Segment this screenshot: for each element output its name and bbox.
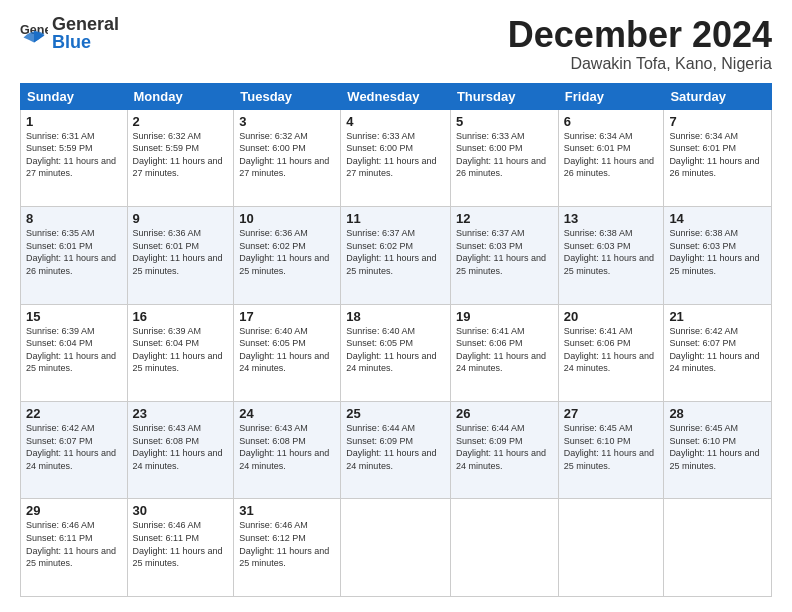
week-row-4: 22 Sunrise: 6:42 AMSunset: 6:07 PMDaylig… bbox=[21, 402, 772, 499]
table-cell bbox=[450, 499, 558, 597]
day-info: Sunrise: 6:42 AMSunset: 6:07 PMDaylight:… bbox=[26, 423, 116, 471]
day-info: Sunrise: 6:38 AMSunset: 6:03 PMDaylight:… bbox=[564, 228, 654, 276]
table-cell bbox=[341, 499, 451, 597]
col-monday: Monday bbox=[127, 83, 234, 109]
table-cell: 2 Sunrise: 6:32 AMSunset: 5:59 PMDayligh… bbox=[127, 109, 234, 206]
day-info: Sunrise: 6:43 AMSunset: 6:08 PMDaylight:… bbox=[133, 423, 223, 471]
day-number: 27 bbox=[564, 406, 659, 421]
day-number: 25 bbox=[346, 406, 445, 421]
table-cell: 31 Sunrise: 6:46 AMSunset: 6:12 PMDaylig… bbox=[234, 499, 341, 597]
table-cell: 20 Sunrise: 6:41 AMSunset: 6:06 PMDaylig… bbox=[558, 304, 664, 401]
day-info: Sunrise: 6:45 AMSunset: 6:10 PMDaylight:… bbox=[669, 423, 759, 471]
table-cell: 15 Sunrise: 6:39 AMSunset: 6:04 PMDaylig… bbox=[21, 304, 128, 401]
day-number: 2 bbox=[133, 114, 229, 129]
day-number: 17 bbox=[239, 309, 335, 324]
day-number: 7 bbox=[669, 114, 766, 129]
day-info: Sunrise: 6:32 AMSunset: 6:00 PMDaylight:… bbox=[239, 131, 329, 179]
page: General General Blue December 2024 Dawak… bbox=[0, 0, 792, 612]
week-row-5: 29 Sunrise: 6:46 AMSunset: 6:11 PMDaylig… bbox=[21, 499, 772, 597]
table-cell: 24 Sunrise: 6:43 AMSunset: 6:08 PMDaylig… bbox=[234, 402, 341, 499]
day-info: Sunrise: 6:46 AMSunset: 6:12 PMDaylight:… bbox=[239, 520, 329, 568]
day-info: Sunrise: 6:39 AMSunset: 6:04 PMDaylight:… bbox=[133, 326, 223, 374]
day-number: 9 bbox=[133, 211, 229, 226]
table-cell: 7 Sunrise: 6:34 AMSunset: 6:01 PMDayligh… bbox=[664, 109, 772, 206]
table-cell: 12 Sunrise: 6:37 AMSunset: 6:03 PMDaylig… bbox=[450, 207, 558, 304]
table-cell: 27 Sunrise: 6:45 AMSunset: 6:10 PMDaylig… bbox=[558, 402, 664, 499]
day-number: 3 bbox=[239, 114, 335, 129]
day-number: 12 bbox=[456, 211, 553, 226]
day-info: Sunrise: 6:37 AMSunset: 6:03 PMDaylight:… bbox=[456, 228, 546, 276]
day-number: 29 bbox=[26, 503, 122, 518]
day-number: 4 bbox=[346, 114, 445, 129]
table-cell: 13 Sunrise: 6:38 AMSunset: 6:03 PMDaylig… bbox=[558, 207, 664, 304]
day-number: 26 bbox=[456, 406, 553, 421]
col-tuesday: Tuesday bbox=[234, 83, 341, 109]
month-title: December 2024 bbox=[508, 15, 772, 55]
day-number: 22 bbox=[26, 406, 122, 421]
day-info: Sunrise: 6:43 AMSunset: 6:08 PMDaylight:… bbox=[239, 423, 329, 471]
day-info: Sunrise: 6:32 AMSunset: 5:59 PMDaylight:… bbox=[133, 131, 223, 179]
table-cell: 9 Sunrise: 6:36 AMSunset: 6:01 PMDayligh… bbox=[127, 207, 234, 304]
day-info: Sunrise: 6:44 AMSunset: 6:09 PMDaylight:… bbox=[346, 423, 436, 471]
day-number: 16 bbox=[133, 309, 229, 324]
day-info: Sunrise: 6:40 AMSunset: 6:05 PMDaylight:… bbox=[239, 326, 329, 374]
table-cell: 14 Sunrise: 6:38 AMSunset: 6:03 PMDaylig… bbox=[664, 207, 772, 304]
header-row: Sunday Monday Tuesday Wednesday Thursday… bbox=[21, 83, 772, 109]
day-number: 13 bbox=[564, 211, 659, 226]
table-cell bbox=[664, 499, 772, 597]
day-info: Sunrise: 6:36 AMSunset: 6:02 PMDaylight:… bbox=[239, 228, 329, 276]
day-info: Sunrise: 6:39 AMSunset: 6:04 PMDaylight:… bbox=[26, 326, 116, 374]
logo-blue-text: Blue bbox=[52, 32, 91, 52]
day-number: 14 bbox=[669, 211, 766, 226]
day-number: 8 bbox=[26, 211, 122, 226]
table-cell: 10 Sunrise: 6:36 AMSunset: 6:02 PMDaylig… bbox=[234, 207, 341, 304]
day-number: 15 bbox=[26, 309, 122, 324]
table-cell: 25 Sunrise: 6:44 AMSunset: 6:09 PMDaylig… bbox=[341, 402, 451, 499]
day-info: Sunrise: 6:46 AMSunset: 6:11 PMDaylight:… bbox=[26, 520, 116, 568]
col-sunday: Sunday bbox=[21, 83, 128, 109]
day-info: Sunrise: 6:33 AMSunset: 6:00 PMDaylight:… bbox=[456, 131, 546, 179]
table-cell: 11 Sunrise: 6:37 AMSunset: 6:02 PMDaylig… bbox=[341, 207, 451, 304]
week-row-1: 1 Sunrise: 6:31 AMSunset: 5:59 PMDayligh… bbox=[21, 109, 772, 206]
table-cell: 22 Sunrise: 6:42 AMSunset: 6:07 PMDaylig… bbox=[21, 402, 128, 499]
day-number: 20 bbox=[564, 309, 659, 324]
col-friday: Friday bbox=[558, 83, 664, 109]
day-info: Sunrise: 6:41 AMSunset: 6:06 PMDaylight:… bbox=[456, 326, 546, 374]
calendar-table: Sunday Monday Tuesday Wednesday Thursday… bbox=[20, 83, 772, 597]
day-number: 30 bbox=[133, 503, 229, 518]
day-number: 21 bbox=[669, 309, 766, 324]
location-subtitle: Dawakin Tofa, Kano, Nigeria bbox=[508, 55, 772, 73]
logo-general-text: General bbox=[52, 15, 119, 33]
table-cell: 5 Sunrise: 6:33 AMSunset: 6:00 PMDayligh… bbox=[450, 109, 558, 206]
day-info: Sunrise: 6:46 AMSunset: 6:11 PMDaylight:… bbox=[133, 520, 223, 568]
day-info: Sunrise: 6:34 AMSunset: 6:01 PMDaylight:… bbox=[669, 131, 759, 179]
table-cell: 21 Sunrise: 6:42 AMSunset: 6:07 PMDaylig… bbox=[664, 304, 772, 401]
logo: General General Blue bbox=[20, 15, 122, 52]
table-cell: 23 Sunrise: 6:43 AMSunset: 6:08 PMDaylig… bbox=[127, 402, 234, 499]
day-number: 11 bbox=[346, 211, 445, 226]
day-info: Sunrise: 6:45 AMSunset: 6:10 PMDaylight:… bbox=[564, 423, 654, 471]
week-row-3: 15 Sunrise: 6:39 AMSunset: 6:04 PMDaylig… bbox=[21, 304, 772, 401]
table-cell: 4 Sunrise: 6:33 AMSunset: 6:00 PMDayligh… bbox=[341, 109, 451, 206]
title-block: December 2024 Dawakin Tofa, Kano, Nigeri… bbox=[508, 15, 772, 73]
day-number: 19 bbox=[456, 309, 553, 324]
table-cell: 26 Sunrise: 6:44 AMSunset: 6:09 PMDaylig… bbox=[450, 402, 558, 499]
table-cell: 29 Sunrise: 6:46 AMSunset: 6:11 PMDaylig… bbox=[21, 499, 128, 597]
table-cell: 1 Sunrise: 6:31 AMSunset: 5:59 PMDayligh… bbox=[21, 109, 128, 206]
day-info: Sunrise: 6:42 AMSunset: 6:07 PMDaylight:… bbox=[669, 326, 759, 374]
day-info: Sunrise: 6:37 AMSunset: 6:02 PMDaylight:… bbox=[346, 228, 436, 276]
table-cell: 16 Sunrise: 6:39 AMSunset: 6:04 PMDaylig… bbox=[127, 304, 234, 401]
day-number: 24 bbox=[239, 406, 335, 421]
table-cell: 28 Sunrise: 6:45 AMSunset: 6:10 PMDaylig… bbox=[664, 402, 772, 499]
day-number: 28 bbox=[669, 406, 766, 421]
day-info: Sunrise: 6:31 AMSunset: 5:59 PMDaylight:… bbox=[26, 131, 116, 179]
table-cell bbox=[558, 499, 664, 597]
col-wednesday: Wednesday bbox=[341, 83, 451, 109]
table-cell: 19 Sunrise: 6:41 AMSunset: 6:06 PMDaylig… bbox=[450, 304, 558, 401]
day-number: 6 bbox=[564, 114, 659, 129]
week-row-2: 8 Sunrise: 6:35 AMSunset: 6:01 PMDayligh… bbox=[21, 207, 772, 304]
day-number: 31 bbox=[239, 503, 335, 518]
day-number: 23 bbox=[133, 406, 229, 421]
table-cell: 6 Sunrise: 6:34 AMSunset: 6:01 PMDayligh… bbox=[558, 109, 664, 206]
col-thursday: Thursday bbox=[450, 83, 558, 109]
